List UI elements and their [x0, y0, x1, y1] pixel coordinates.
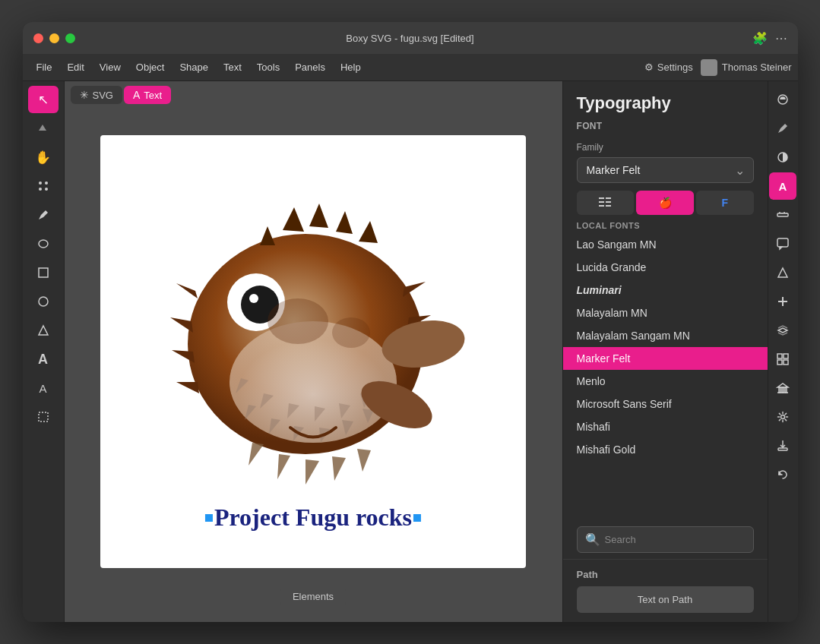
list-icon	[599, 197, 611, 209]
menu-tools[interactable]: Tools	[249, 58, 287, 76]
svg-marker-18	[176, 382, 199, 393]
svg-rect-46	[599, 197, 604, 199]
pen-tool[interactable]	[28, 201, 59, 229]
svg-point-6	[39, 297, 48, 306]
font-item-marker-felt[interactable]: Marker Felt	[563, 347, 768, 370]
svg-marker-21	[249, 443, 264, 466]
svg-rect-5	[39, 268, 48, 277]
svg-marker-16	[170, 317, 193, 333]
menu-text[interactable]: Text	[216, 58, 249, 76]
menu-object[interactable]: Object	[128, 58, 173, 76]
text-handle-left[interactable]	[205, 514, 213, 522]
gear-icon[interactable]	[769, 403, 796, 431]
svg-marker-19	[403, 282, 426, 297]
family-select[interactable]: Marker Felt	[577, 157, 754, 183]
font-item-menlo[interactable]: Menlo	[563, 370, 768, 393]
menu-file[interactable]: File	[29, 58, 60, 76]
svg-marker-10	[260, 226, 275, 245]
close-button[interactable]	[33, 33, 43, 43]
svg-rect-48	[599, 201, 604, 203]
elements-button[interactable]: Elements	[280, 586, 346, 607]
crop-tool[interactable]	[28, 403, 59, 431]
more-options-icon[interactable]: ⋯	[775, 31, 787, 46]
pan-tool[interactable]: ✋	[28, 144, 59, 171]
triangle-tool[interactable]	[28, 317, 59, 344]
user-avatar	[701, 59, 717, 76]
font-tab-apple[interactable]: 🍎	[636, 191, 694, 215]
svg-point-0	[39, 182, 42, 185]
canvas-area[interactable]: ✳ SVG A Text	[65, 81, 562, 622]
font-tab-list[interactable]	[577, 191, 635, 215]
font-item-mishafi[interactable]: Mishafi	[563, 415, 768, 438]
undo-icon[interactable]	[769, 461, 796, 488]
svg-canvas[interactable]: Project Fugu rocks	[100, 135, 526, 568]
select-tool[interactable]: ↖	[28, 86, 59, 113]
ellipse-tool[interactable]	[28, 230, 59, 257]
layers-icon[interactable]	[769, 317, 796, 344]
font-item-monaco[interactable]: Monaco	[563, 461, 768, 469]
window-title: Boxy SVG - fugu.svg [Edited]	[346, 33, 473, 44]
text-tab[interactable]: A Text	[124, 86, 171, 104]
text-handle-right[interactable]	[413, 514, 421, 522]
grid-icon[interactable]	[769, 346, 796, 373]
bank-icon[interactable]	[769, 374, 796, 402]
font-item-microsoft-sans[interactable]: Microsoft Sans Serif	[563, 393, 768, 415]
text-tool[interactable]: A	[28, 346, 59, 373]
font-item-lao-sangam[interactable]: Lao Sangam MN	[563, 233, 768, 256]
svg-point-1	[45, 182, 48, 185]
export-icon[interactable]	[769, 432, 796, 459]
font-list[interactable]: Lao Sangam MN Lucida Grande Luminari Mal…	[563, 233, 768, 469]
svg-tab[interactable]: ✳ SVG	[71, 86, 122, 104]
typography-icon[interactable]: A	[769, 172, 796, 200]
pen-right-icon[interactable]	[769, 115, 796, 142]
transform-tool[interactable]	[28, 172, 59, 200]
svg-icon: ✳	[80, 89, 89, 101]
svg-marker-23	[306, 459, 319, 485]
plus-icon[interactable]	[769, 288, 796, 315]
font-item-malayalam-sangam[interactable]: Malayalam Sangam MN	[563, 324, 768, 347]
svg-point-70	[781, 415, 785, 419]
font-tab-google[interactable]: F	[696, 191, 754, 215]
traffic-lights	[33, 33, 75, 43]
color-icon[interactable]	[769, 86, 796, 113]
menu-panels[interactable]: Panels	[287, 58, 333, 76]
circle-tool[interactable]	[28, 288, 59, 315]
ruler-icon[interactable]	[769, 201, 796, 229]
search-input[interactable]	[605, 534, 746, 545]
svg-point-41	[249, 294, 258, 303]
font-item-malayalam-mn[interactable]: Malayalam MN	[563, 301, 768, 324]
svg-rect-64	[777, 360, 782, 365]
contrast-icon[interactable]	[769, 144, 796, 171]
family-select-wrapper[interactable]: Marker Felt	[577, 157, 754, 183]
text-small-tool[interactable]: A	[28, 374, 59, 402]
font-item-mishafi-gold[interactable]: Mishafi Gold	[563, 438, 768, 461]
menu-edit[interactable]: Edit	[59, 58, 91, 76]
triangle-right-icon[interactable]	[769, 259, 796, 286]
search-box[interactable]: 🔍	[577, 526, 754, 553]
google-f-icon: F	[721, 197, 728, 209]
minimize-button[interactable]	[49, 33, 59, 43]
font-item-luminari[interactable]: Luminari	[563, 279, 768, 301]
panel-title: Typography	[577, 93, 754, 113]
chat-icon[interactable]	[769, 230, 796, 257]
font-item-lucida-grande[interactable]: Lucida Grande	[563, 256, 768, 279]
puzzle-icon[interactable]: 🧩	[752, 31, 768, 46]
user-button[interactable]: Thomas Steiner	[701, 59, 792, 76]
menu-help[interactable]: Help	[333, 58, 369, 76]
settings-button[interactable]: ⚙ Settings	[644, 62, 693, 73]
svg-marker-25	[357, 449, 371, 472]
right-panel: Typography Font Family Marker Felt	[562, 81, 768, 622]
menu-view[interactable]: View	[92, 58, 128, 76]
svg-rect-54	[777, 213, 788, 216]
main-content: ↖ ✋ A	[23, 81, 798, 622]
rect-tool[interactable]	[28, 259, 59, 286]
canvas-text-content: Project Fugu rocks	[214, 504, 412, 531]
text-on-path-button[interactable]: Text on Path	[577, 586, 754, 613]
node-tool[interactable]	[28, 115, 59, 142]
maximize-button[interactable]	[65, 33, 75, 43]
svg-marker-12	[309, 204, 328, 228]
fugu-illustration	[131, 169, 495, 534]
svg-rect-71	[778, 448, 787, 450]
canvas-text-selection[interactable]: Project Fugu rocks	[214, 504, 412, 532]
menu-shape[interactable]: Shape	[172, 58, 216, 76]
